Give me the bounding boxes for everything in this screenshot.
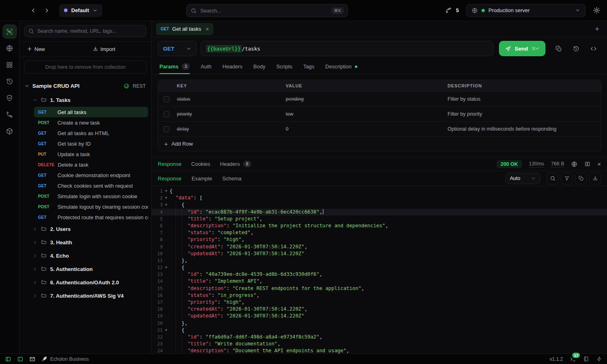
request-create-a-new-task[interactable]: POSTCreate a new task <box>34 117 148 128</box>
globe-icon[interactable] <box>2 41 17 55</box>
tab-description[interactable]: Description <box>325 60 357 74</box>
toggle-panel-icon[interactable] <box>17 356 23 362</box>
view-tab-schema[interactable]: Schema <box>222 176 242 182</box>
request-get-all-tasks-as-html[interactable]: GETGet all tasks as HTML <box>34 128 148 138</box>
filter-icon[interactable] <box>561 173 573 184</box>
request-get-all-tasks[interactable]: GETGet all tasks <box>34 107 148 117</box>
param-description[interactable]: Filter by priority <box>444 111 601 117</box>
param-key[interactable]: priority <box>177 111 192 117</box>
response-time[interactable]: 130ms <box>529 161 544 167</box>
settings-gear-icon[interactable] <box>593 6 601 14</box>
param-description[interactable]: Optional delay in milliseconds before re… <box>444 126 601 132</box>
request-protected-route-that-requires-session-co[interactable]: GETProtected route that requires session… <box>34 212 148 222</box>
fold-arrow-icon[interactable]: ▼ <box>163 264 170 271</box>
request-update-a-task[interactable]: PUTUpdate a task <box>34 149 148 159</box>
global-search[interactable]: Search... ⌘K <box>186 4 348 17</box>
fold-arrow-icon[interactable]: ▼ <box>163 201 170 208</box>
branch-indicator[interactable]: 5 <box>445 7 459 14</box>
fold-arrow-icon[interactable]: ▼ <box>163 195 170 201</box>
param-value[interactable]: low <box>286 111 293 117</box>
app-logo-icon[interactable] <box>2 24 17 39</box>
collection-header[interactable]: Sample CRUD API REST <box>19 78 151 93</box>
view-tab-example[interactable]: Example <box>192 176 212 182</box>
param-checkbox[interactable] <box>163 111 170 117</box>
back-icon[interactable] <box>30 7 36 14</box>
new-tab-button[interactable]: + <box>595 25 599 34</box>
sidebar-search[interactable] <box>24 25 146 37</box>
code-line: 3▼{ <box>152 201 607 208</box>
folder-2-users[interactable]: 2. Users <box>19 222 151 236</box>
globe-icon[interactable] <box>571 161 577 167</box>
format-select[interactable]: Auto <box>505 173 540 184</box>
tab-tags[interactable]: Tags <box>303 60 314 74</box>
request-check-cookies-sent-with-request[interactable]: GETCheck cookies sent with request <box>34 180 148 191</box>
request-history-icon[interactable] <box>573 45 579 52</box>
docs-icon[interactable] <box>583 356 589 362</box>
fold-arrow-icon[interactable]: ▼ <box>163 327 170 334</box>
new-button[interactable]: New <box>19 42 85 56</box>
flow-icon[interactable] <box>2 107 17 122</box>
request-cookie-demonstration-endpoint[interactable]: GETCookie demonstration endpoint <box>34 170 148 180</box>
tab-params[interactable]: Params3 <box>159 60 190 74</box>
account-status[interactable]: Echolon Business <box>41 356 89 362</box>
folder-3-health[interactable]: 3. Health <box>19 236 151 249</box>
tab-scripts[interactable]: Scripts <box>276 60 293 74</box>
search-response-icon[interactable] <box>547 173 558 184</box>
folder-4-echo[interactable]: 4. Echo <box>19 249 151 262</box>
close-response-icon[interactable]: × <box>597 161 601 167</box>
param-checkbox[interactable] <box>163 96 170 102</box>
environment-selector[interactable]: Production server <box>466 4 586 17</box>
tab-body[interactable]: Body <box>253 60 265 74</box>
add-row-button[interactable]: + Add Row <box>158 136 601 151</box>
collection-tree: 1. TasksGETGet all tasksPOSTCreate a new… <box>19 93 151 353</box>
terminal-icon[interactable]: 17 <box>570 356 576 362</box>
sidebar-search-input[interactable] <box>37 28 142 34</box>
code-line: 8"priority": "high", <box>152 236 607 243</box>
response-tab-cookies[interactable]: Cookies <box>191 161 210 167</box>
download-response-icon[interactable] <box>589 173 601 184</box>
import-button[interactable]: Import <box>85 42 151 56</box>
request-tab[interactable]: GET Get all tasks × <box>156 23 213 35</box>
param-value[interactable]: pending <box>286 96 304 102</box>
split-view-icon[interactable] <box>584 161 590 167</box>
folder-1-tasks[interactable]: 1. Tasks <box>19 93 151 107</box>
grid-icon[interactable] <box>2 57 17 72</box>
request-simulate-logout-by-clearing-session-coo[interactable]: POSTSimulate logout by clearing session … <box>34 201 148 212</box>
method-select[interactable]: GET <box>158 41 197 56</box>
workspace-selector[interactable]: Default <box>59 4 102 17</box>
param-key[interactable]: status <box>177 96 190 102</box>
request-simulate-login-with-session-cookie[interactable]: POSTSimulate login with session cookie <box>34 191 148 201</box>
forward-icon[interactable] <box>44 7 50 14</box>
request-delete-a-task[interactable]: DELETEDelete a task <box>34 159 148 170</box>
code-snippet-icon[interactable] <box>590 45 597 52</box>
folder-5-authentication[interactable]: 5. Authentication <box>19 262 151 276</box>
response-tab-headers[interactable]: Headers8 <box>220 161 251 167</box>
tab-auth[interactable]: Auth <box>201 60 212 74</box>
view-tab-response[interactable]: Response <box>158 176 182 182</box>
folder-6-authentication-oauth-2-0[interactable]: 6. Authentication/OAuth 2.0 <box>19 276 151 289</box>
param-checkbox[interactable] <box>163 126 170 132</box>
zap-icon[interactable] <box>596 356 602 362</box>
param-value[interactable]: 0 <box>286 126 289 132</box>
response-size[interactable]: 766 B <box>551 161 565 167</box>
response-body[interactable]: 1▼{2▼"data": [3▼{4"id": "ecac887b-4f9f-4… <box>152 186 607 353</box>
history-icon[interactable] <box>2 74 17 89</box>
package-icon[interactable] <box>2 124 17 138</box>
param-description[interactable]: Filter by status <box>444 96 601 102</box>
toggle-sidebar-icon[interactable] <box>5 356 11 362</box>
response-tab-response[interactable]: Response <box>158 161 182 167</box>
copy-request-icon[interactable] <box>555 45 562 52</box>
fold-arrow-icon[interactable]: ▼ <box>163 188 170 195</box>
tab-headers[interactable]: Headers <box>223 60 242 74</box>
shield-icon[interactable] <box>2 91 17 105</box>
request-get-task-by-id[interactable]: GETGet task by ID <box>34 138 148 149</box>
chevron-right-icon <box>32 226 38 232</box>
param-key[interactable]: delay <box>177 126 189 132</box>
url-input[interactable]: {{baseUrl}} /tasks <box>201 41 493 56</box>
params-section: KEY VALUE DESCRIPTION statuspendingFilte… <box>152 74 607 157</box>
send-button[interactable]: Send ⌘↵ <box>499 41 545 56</box>
copy-response-icon[interactable] <box>575 173 587 184</box>
mail-icon[interactable] <box>29 356 36 362</box>
close-tab-icon[interactable]: × <box>206 26 209 32</box>
folder-7-authentication-aws-sig-v4[interactable]: 7. Authentication/AWS Sig V4 <box>19 289 151 303</box>
